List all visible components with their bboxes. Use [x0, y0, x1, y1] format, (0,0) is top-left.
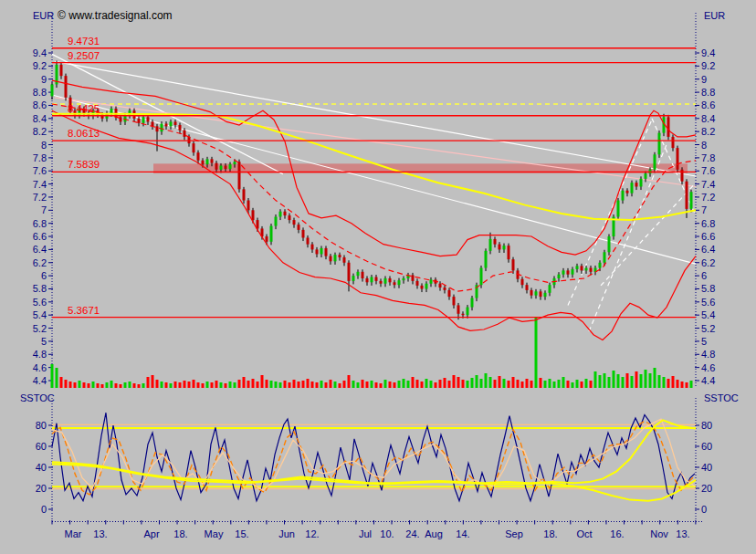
- candle-up: [549, 285, 551, 293]
- volume-bar: [394, 382, 396, 388]
- volume-bar: [526, 379, 529, 388]
- candle-up: [617, 201, 620, 217]
- y-tick-label-right: 8: [701, 140, 707, 151]
- volume-bar: [92, 382, 95, 388]
- candle-down: [439, 284, 442, 287]
- candle-up: [467, 308, 469, 316]
- volume-bar: [83, 382, 86, 388]
- volume-bar: [97, 383, 100, 388]
- sstoc-tick-label-left: 80: [36, 420, 47, 431]
- volume-bar: [234, 382, 236, 388]
- trading-chart-window: 9.49.49.29.2998.88.88.68.68.48.48.28.288…: [0, 0, 756, 554]
- candle-down: [394, 282, 396, 285]
- volume-bar: [225, 383, 227, 388]
- y-tick-label-right: 7.8: [701, 152, 715, 163]
- candle-up: [608, 236, 611, 252]
- oscillator-label-right: SSTOC: [704, 392, 739, 403]
- sstoc-tick-label-right: 60: [701, 441, 712, 452]
- y-tick-label-left: 8.4: [33, 113, 47, 124]
- y-tick-label-right: 6.8: [701, 218, 715, 229]
- volume-bar: [686, 382, 688, 388]
- volume-bar: [503, 379, 506, 388]
- candle-up: [622, 191, 625, 201]
- volume-bar: [572, 382, 574, 388]
- y-tick-label-right: 8.4: [701, 113, 715, 124]
- y-tick-label-left: 4.6: [33, 362, 47, 373]
- candle-down: [686, 182, 688, 209]
- volume-bar: [247, 381, 250, 388]
- volume-bar: [229, 382, 232, 388]
- volume-bar: [371, 381, 373, 388]
- candle-up: [51, 84, 54, 96]
- volume-bar: [65, 380, 68, 388]
- y-tick-label-right: 8.8: [701, 87, 715, 98]
- volume-bar: [672, 376, 675, 388]
- volume-bar: [471, 378, 474, 388]
- volume-bar: [357, 382, 360, 388]
- volume-bar: [599, 375, 602, 388]
- x-axis-label: 18.: [543, 528, 557, 539]
- x-axis-label: 13.: [93, 528, 107, 539]
- volume-bar: [421, 382, 424, 388]
- candle-down: [567, 270, 570, 274]
- candle-down: [302, 230, 305, 238]
- chart-canvas[interactable]: 9.49.49.29.2998.88.88.68.68.48.48.28.288…: [0, 0, 756, 554]
- volume-bar: [530, 381, 533, 388]
- volume-bar: [617, 374, 620, 388]
- x-axis-label: Aug: [425, 528, 443, 539]
- candle-down: [453, 297, 456, 305]
- volume-bar: [289, 382, 291, 388]
- sstoc-tick-label-right: 20: [701, 483, 712, 494]
- volume-bar: [562, 377, 565, 388]
- volume-bar: [576, 380, 579, 388]
- volume-bar: [613, 371, 615, 388]
- volume-bar: [101, 384, 104, 388]
- volume-bar: [667, 379, 670, 388]
- price-axis-symbol-left: EUR: [33, 10, 54, 21]
- candle-up: [220, 165, 223, 169]
- level-label: 5.3671: [68, 305, 100, 316]
- volume-bar: [677, 380, 679, 388]
- volume-layer: [51, 317, 693, 388]
- volume-bar: [594, 371, 597, 388]
- y-tick-label-right: 7.4: [701, 179, 715, 190]
- candle-down: [494, 239, 497, 245]
- y-tick-label-right: 6: [701, 270, 707, 281]
- x-axis-label: Sep: [505, 528, 523, 539]
- candle-up: [471, 298, 474, 308]
- volume-bar: [425, 379, 428, 388]
- candle-up: [658, 133, 661, 155]
- x-axis-label: 14.: [456, 528, 469, 539]
- volume-bar: [398, 381, 401, 388]
- volume-bar: [485, 373, 488, 388]
- candle-down: [681, 170, 684, 182]
- volume-bar: [444, 378, 446, 388]
- candle-down: [339, 255, 341, 257]
- y-tick-label-left: 6: [41, 270, 47, 281]
- candle-down: [590, 268, 593, 272]
- volume-bar: [120, 384, 122, 388]
- y-tick-label-right: 8.6: [701, 99, 715, 110]
- volume-bar: [252, 379, 255, 388]
- candle-down: [65, 76, 68, 98]
- x-axis-label: 16.: [610, 528, 624, 539]
- volume-bar: [129, 382, 131, 388]
- candle-down: [247, 201, 250, 211]
- candle-down: [677, 148, 679, 170]
- candle-up: [631, 183, 634, 193]
- candle-down: [530, 290, 533, 296]
- candle-down: [266, 236, 268, 242]
- y-tick-label-left: 8.2: [33, 126, 47, 137]
- volume-bar: [161, 382, 163, 388]
- candle-up: [572, 269, 574, 275]
- volume-bar: [266, 380, 268, 388]
- sstoc-layer: [52, 413, 696, 501]
- y-tick-label-left: 8.8: [33, 87, 47, 98]
- sstoc-tick-label-right: 80: [701, 420, 712, 431]
- candle-down: [375, 277, 378, 281]
- candle-up: [558, 275, 561, 278]
- volume-bar: [152, 375, 154, 388]
- y-tick-label-left: 4.8: [33, 349, 47, 360]
- candle-down: [421, 286, 424, 289]
- volume-bar: [133, 383, 136, 388]
